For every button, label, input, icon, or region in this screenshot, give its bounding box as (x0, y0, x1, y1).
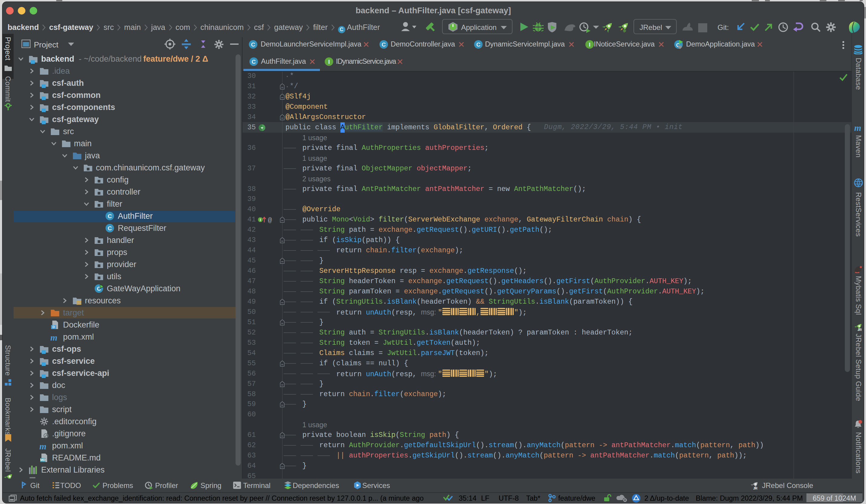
svg-text:I: I (328, 59, 330, 65)
svg-text:JR: JR (857, 328, 862, 331)
svg-text:JR: JR (753, 486, 757, 490)
svg-text:@: @ (268, 217, 272, 224)
svg-text:I: I (260, 218, 260, 222)
svg-text:C: C (108, 213, 112, 219)
svg-text:C: C (251, 42, 255, 48)
svg-text:C: C (381, 42, 386, 48)
svg-text:C: C (108, 225, 112, 231)
svg-text:D: D (53, 325, 55, 329)
svg-text:MD: MD (40, 458, 45, 462)
svg-text:C: C (252, 59, 256, 65)
svg-text:I: I (589, 42, 590, 48)
svg-text:C: C (476, 42, 480, 48)
